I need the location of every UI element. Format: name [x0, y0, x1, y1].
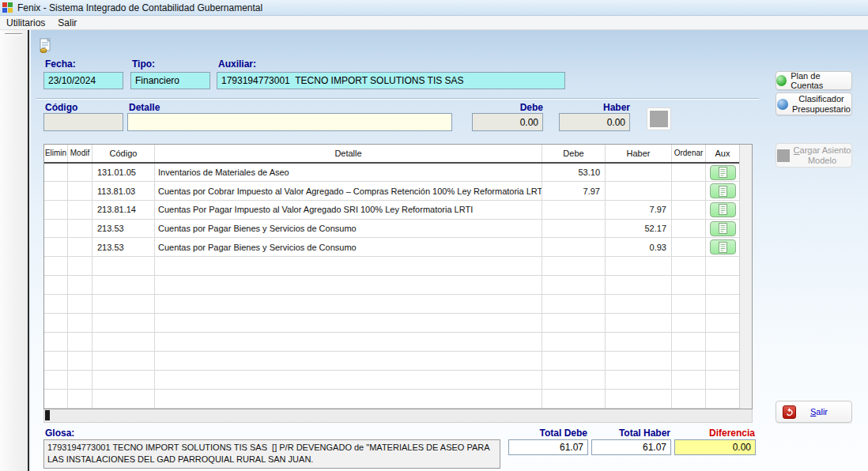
empty-cell — [92, 371, 155, 389]
empty-table-row[interactable] — [44, 276, 739, 295]
entry-action-button[interactable] — [647, 107, 671, 130]
aux-button[interactable] — [710, 165, 736, 180]
empty-cell — [706, 352, 739, 370]
col-ordenar[interactable]: Ordenar — [672, 145, 706, 162]
cell-elimin[interactable] — [44, 164, 68, 182]
col-aux[interactable]: Aux — [706, 145, 739, 162]
table-row[interactable]: 113.81.03 Cuentas por Cobrar Impuesto al… — [44, 182, 739, 201]
cell-elimin[interactable] — [44, 182, 68, 200]
cell-ordenar[interactable] — [672, 238, 706, 256]
cell-modif[interactable] — [68, 164, 92, 182]
aux-button[interactable] — [710, 239, 736, 254]
table-row[interactable]: 131.01.05 Inventarios de Materiales de A… — [44, 164, 739, 183]
table-row[interactable]: 213.81.14 Cuentas Por Pagar Impuesto al … — [44, 201, 739, 220]
haber-label: Haber — [559, 102, 630, 113]
empty-cell — [92, 295, 155, 313]
grid-horizontal-scrollbar[interactable] — [43, 409, 753, 423]
document-icon — [719, 242, 727, 253]
empty-table-row[interactable] — [44, 333, 739, 352]
empty-cell — [606, 257, 672, 275]
table-row[interactable]: 213.53 Cuentas por Pagar Bienes y Servic… — [44, 220, 739, 239]
empty-cell — [672, 371, 706, 389]
empty-cell — [44, 257, 68, 275]
col-codigo[interactable]: Código — [92, 145, 155, 162]
codigo-input[interactable] — [43, 113, 123, 131]
tipo-input[interactable] — [130, 72, 210, 89]
glosa-textarea[interactable]: 1793194773001 TECNO IMPORT SOLUTIONS TIS… — [43, 439, 500, 469]
main-panel: Fecha: Tipo: Auxiliar: Código Detalle De… — [31, 30, 868, 471]
debe-input[interactable] — [472, 113, 543, 131]
green-sphere-icon — [776, 75, 787, 86]
empty-cell — [672, 390, 706, 408]
col-debe[interactable]: Debe — [542, 145, 606, 162]
empty-table-row[interactable] — [44, 257, 739, 276]
aux-button[interactable] — [710, 183, 736, 198]
cell-elimin[interactable] — [44, 201, 68, 219]
empty-cell — [68, 390, 92, 408]
cell-ordenar[interactable] — [672, 164, 706, 182]
empty-cell — [68, 314, 92, 332]
empty-cell — [706, 257, 739, 275]
fecha-input[interactable] — [43, 72, 123, 89]
cell-modif[interactable] — [68, 201, 92, 219]
cell-ordenar[interactable] — [672, 201, 706, 219]
menu-utilitarios[interactable]: Utilitarios — [0, 17, 51, 29]
new-entry-icon[interactable] — [37, 38, 53, 54]
document-icon — [719, 167, 727, 178]
window-title: Fenix - Sistema Integrado de Contabilida… — [17, 2, 262, 13]
cell-modif[interactable] — [68, 182, 92, 200]
table-row[interactable]: 213.53 Cuentas por Pagar Bienes y Servic… — [44, 238, 739, 257]
empty-table-row[interactable] — [44, 314, 739, 333]
auxiliar-input[interactable] — [217, 72, 565, 89]
clasificador-presupuestario-button[interactable]: Clasificador Presupuestario — [776, 92, 852, 115]
empty-cell — [606, 314, 672, 332]
col-elimin[interactable]: Elimin — [44, 145, 68, 162]
empty-table-row[interactable] — [44, 371, 739, 390]
empty-cell — [92, 314, 155, 332]
empty-cell — [542, 333, 606, 351]
menu-salir[interactable]: Salir — [51, 17, 83, 29]
cell-debe: 7.97 — [542, 182, 606, 200]
cell-modif[interactable] — [68, 238, 92, 256]
empty-cell — [606, 295, 672, 313]
cell-ordenar[interactable] — [672, 182, 706, 200]
cell-ordenar[interactable] — [672, 220, 706, 238]
glosa-label: Glosa: — [45, 428, 74, 439]
empty-cell — [542, 257, 606, 275]
detalle-input[interactable] — [127, 113, 452, 131]
haber-input[interactable] — [559, 113, 630, 131]
col-detalle[interactable]: Detalle — [155, 145, 542, 162]
cell-elimin[interactable] — [44, 220, 68, 238]
cell-haber: 0.93 — [606, 238, 672, 256]
salir-button[interactable]: Salir — [776, 401, 852, 423]
empty-cell — [672, 352, 706, 370]
docked-toolbar-strip[interactable] — [0, 30, 29, 471]
empty-table-row[interactable] — [44, 295, 739, 314]
empty-cell — [672, 333, 706, 351]
gray-square-icon — [777, 149, 790, 162]
menu-bar: Utilitarios Salir — [0, 16, 868, 30]
cargar-asiento-label: Cargar Asiento Modelo — [794, 145, 851, 165]
cell-modif[interactable] — [68, 220, 92, 238]
cell-elimin[interactable] — [44, 238, 68, 256]
codigo-label: Código — [45, 102, 77, 113]
grid-vertical-scrollbar[interactable] — [739, 145, 752, 409]
debe-label: Debe — [472, 102, 543, 113]
col-modif[interactable]: Modif — [68, 145, 92, 162]
empty-cell — [68, 333, 92, 351]
blue-sphere-icon — [777, 99, 788, 110]
empty-table-row[interactable] — [44, 352, 739, 371]
app-icon — [2, 2, 13, 13]
empty-table-row[interactable] — [44, 390, 739, 409]
cell-debe — [542, 201, 606, 219]
total-debe-field — [508, 439, 588, 455]
aux-button[interactable] — [710, 202, 736, 217]
empty-cell — [606, 371, 672, 389]
col-haber[interactable]: Haber — [606, 145, 672, 162]
empty-cell — [542, 314, 606, 332]
toolbar-grip[interactable] — [5, 33, 22, 36]
empty-cell — [92, 257, 155, 275]
scrollbar-thumb[interactable] — [45, 410, 50, 420]
plan-de-cuentas-button[interactable]: Plan de Cuentas — [776, 71, 852, 90]
aux-button[interactable] — [710, 221, 736, 236]
